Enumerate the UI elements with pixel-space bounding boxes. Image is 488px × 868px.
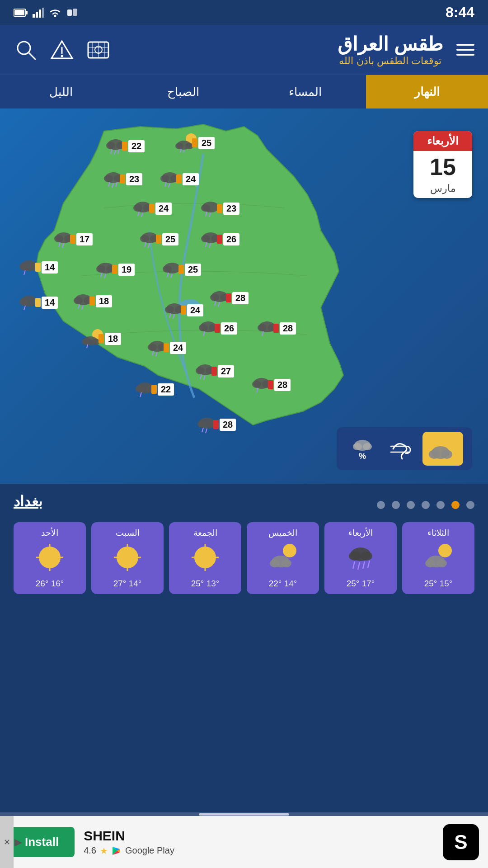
svg-text:%: % (359, 452, 366, 461)
svg-line-126 (257, 388, 258, 392)
svg-point-140 (438, 544, 452, 557)
svg-line-40 (169, 183, 170, 188)
status-bar: 8:44 (0, 0, 488, 25)
svg-point-2 (54, 14, 56, 17)
dot-3[interactable] (436, 501, 445, 509)
svg-point-110 (148, 344, 157, 351)
weather-marker-24-center-low: 24 (145, 338, 186, 357)
header-title-block: طقس العراق توقعات الطقس باذن الله (338, 33, 443, 67)
day-temps-wednesday: 17° 25° (328, 579, 393, 589)
svg-line-64 (209, 243, 211, 248)
svg-point-37 (160, 175, 169, 182)
svg-line-81 (215, 301, 216, 306)
svg-line-44 (138, 212, 139, 216)
dot-5[interactable] (407, 501, 415, 509)
weekly-forecast: الثلاثاء 15° 25° الأربعاء (14, 522, 474, 594)
city-name[interactable]: بغداد (14, 493, 42, 510)
svg-line-131 (206, 429, 207, 433)
svg-line-122 (140, 392, 141, 397)
svg-line-94 (169, 313, 171, 318)
svg-line-77 (24, 270, 25, 275)
svg-point-124 (252, 381, 261, 388)
legend-weather-button[interactable] (422, 432, 463, 466)
hamburger-menu[interactable] (456, 44, 474, 56)
day-name-friday: الجمعة (173, 528, 238, 538)
svg-point-75 (19, 263, 28, 270)
tab-daytime[interactable]: النهار (366, 75, 488, 108)
svg-line-48 (206, 212, 207, 216)
svg-line-112 (152, 351, 154, 355)
ad-info: SHEIN 4.6 ★ Google Play (84, 828, 418, 856)
weather-marker-18-sun: 18 (80, 329, 121, 348)
svg-rect-5 (39, 9, 41, 18)
tab-morning[interactable]: الصباح (122, 75, 244, 108)
svg-line-99 (203, 331, 205, 336)
date-day-number: 15 (413, 151, 472, 183)
svg-line-63 (206, 242, 207, 247)
svg-point-79 (210, 294, 219, 301)
svg-point-56 (140, 235, 149, 242)
legend-bar: % (337, 427, 472, 470)
svg-point-115 (196, 367, 205, 374)
svg-line-72 (167, 273, 169, 277)
svg-line-28 (180, 149, 181, 152)
forecast-icon-saturday (112, 542, 143, 573)
alert-icon[interactable] (50, 38, 75, 62)
svg-point-142 (425, 559, 435, 567)
search-icon[interactable] (14, 38, 38, 62)
day-temps-friday: 13° 25° (173, 579, 238, 589)
ad-app-icon: S (443, 824, 479, 860)
svg-line-21 (111, 149, 112, 154)
city-section: بغداد الثلاثاء 15° 25° الأربعاء (0, 484, 488, 601)
dot-2[interactable] (451, 501, 460, 509)
dot-1[interactable] (466, 501, 474, 509)
svg-point-47 (201, 204, 210, 212)
legend-wind-button[interactable] (384, 432, 418, 466)
ad-label: ▶ (14, 836, 22, 848)
weather-marker-27: 27 (193, 362, 234, 381)
status-icons (14, 8, 79, 18)
ad-close-button[interactable]: ✕ (0, 816, 14, 868)
forecast-sunday: الأحد 16° 26° (14, 522, 86, 594)
svg-rect-0 (67, 9, 72, 16)
svg-rect-6 (42, 8, 44, 18)
legend-rain-button[interactable]: % (346, 432, 380, 466)
pagination-dots (377, 501, 474, 509)
signal-icon (33, 8, 44, 18)
dot-7[interactable] (377, 501, 385, 509)
svg-line-58 (145, 242, 146, 247)
svg-point-146 (361, 552, 372, 561)
header: طقس العراق توقعات الطقس باذن الله (0, 25, 488, 75)
app-subtitle: توقعات الطقس باذن الله (338, 55, 443, 67)
weather-marker-22-topleft: 22 (104, 137, 145, 156)
svg-point-66 (96, 265, 105, 273)
date-month: مارس (413, 183, 472, 198)
svg-point-84 (19, 298, 28, 306)
weather-marker-25-lower: 25 (160, 260, 201, 279)
svg-point-135 (441, 450, 452, 459)
weather-marker-23-right: 23 (199, 199, 239, 218)
dot-4[interactable] (422, 501, 430, 509)
svg-point-128 (197, 420, 206, 428)
svg-point-137 (353, 443, 362, 450)
weather-marker-28-far-right: 28 (255, 319, 296, 338)
svg-line-103 (262, 331, 263, 336)
map-icon[interactable] (86, 38, 111, 62)
svg-line-29 (183, 150, 184, 152)
weather-marker-14-top: 14 (17, 258, 58, 277)
svg-line-95 (173, 314, 174, 319)
svg-line-33 (108, 182, 110, 187)
tab-evening[interactable]: المساء (244, 75, 366, 108)
svg-line-22 (114, 150, 116, 155)
header-left: طقس العراق توقعات الطقس باذن الله (338, 33, 474, 67)
forecast-friday: الجمعة 13° 25° (169, 522, 241, 594)
svg-line-23 (118, 149, 119, 154)
bottom-nav-bar (0, 812, 488, 816)
svg-line-34 (112, 183, 113, 188)
weather-marker-25-mid: 25 (138, 230, 178, 249)
tab-night[interactable]: الليل (0, 75, 122, 108)
forecast-saturday: السبت 14° 27° (91, 522, 164, 594)
dot-6[interactable] (392, 501, 400, 509)
svg-point-14 (61, 55, 63, 57)
weather-marker-24-mid: 24 (158, 170, 199, 189)
